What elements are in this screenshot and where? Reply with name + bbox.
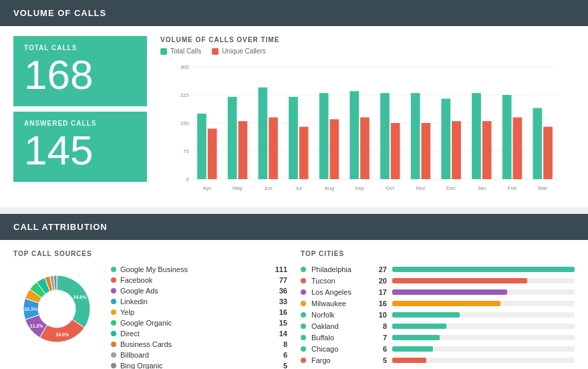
call-sources: TOP CALL SOURCES 34.6%24.0%11.2%10.3% Go… bbox=[13, 250, 287, 369]
source-count: 6 bbox=[271, 351, 287, 359]
source-count: 15 bbox=[271, 319, 287, 327]
source-name: Business Cards bbox=[120, 340, 267, 348]
source-row: Business Cards 8 bbox=[111, 340, 287, 348]
svg-text:Feb: Feb bbox=[508, 185, 517, 191]
svg-text:34.6%: 34.6% bbox=[74, 295, 88, 299]
city-bar-wrap bbox=[392, 358, 575, 363]
city-name: Norfolk bbox=[311, 311, 368, 319]
city-dot bbox=[301, 324, 306, 329]
svg-rect-22 bbox=[319, 93, 329, 179]
city-row: Chicago 6 bbox=[301, 345, 575, 353]
city-count: 27 bbox=[374, 265, 387, 273]
source-count: 5 bbox=[271, 362, 287, 369]
city-name: Los Angeles bbox=[311, 288, 368, 296]
city-row: Philadelphia 27 bbox=[301, 265, 575, 273]
city-dot bbox=[301, 312, 306, 318]
svg-text:Aug: Aug bbox=[324, 185, 333, 191]
source-count: 14 bbox=[271, 330, 287, 338]
source-dot bbox=[111, 267, 116, 272]
city-bar bbox=[392, 301, 500, 306]
call-cities: TOP CITIES Philadelphia 27 Tucson 20 Los… bbox=[301, 250, 575, 369]
svg-rect-20 bbox=[299, 127, 309, 179]
svg-text:150: 150 bbox=[180, 120, 190, 126]
city-count: 5 bbox=[374, 356, 387, 364]
city-bar bbox=[392, 312, 460, 318]
city-name: Milwaukee bbox=[311, 299, 368, 308]
city-name: Fargo bbox=[311, 356, 368, 364]
source-dot bbox=[111, 277, 116, 283]
bar-chart-svg: 075150225300AprMayJunJulAugSepOctNovDecJ… bbox=[160, 60, 575, 194]
svg-rect-38 bbox=[482, 121, 492, 179]
city-name: Buffalo bbox=[311, 334, 368, 342]
source-name: Google Ads bbox=[120, 287, 267, 295]
svg-text:Jan: Jan bbox=[477, 185, 486, 191]
svg-text:10.3%: 10.3% bbox=[24, 307, 38, 312]
source-name: Facebook bbox=[120, 276, 267, 284]
city-count: 7 bbox=[374, 334, 387, 342]
source-row: Google Ads 36 bbox=[111, 287, 287, 295]
svg-text:Sep: Sep bbox=[355, 185, 365, 191]
source-name: Bing Organic bbox=[120, 362, 267, 369]
city-dot bbox=[301, 346, 306, 352]
svg-rect-41 bbox=[513, 118, 523, 179]
svg-rect-23 bbox=[330, 119, 339, 179]
svg-rect-13 bbox=[228, 97, 237, 179]
svg-text:Jun: Jun bbox=[264, 185, 273, 191]
city-name: Chicago bbox=[311, 345, 368, 353]
total-calls-label: TOTAL CALLS bbox=[24, 44, 136, 51]
city-row: Oakland 8 bbox=[301, 322, 575, 330]
svg-rect-17 bbox=[269, 118, 278, 179]
svg-rect-25 bbox=[349, 91, 359, 179]
svg-rect-28 bbox=[380, 93, 390, 179]
city-row: Fargo 5 bbox=[301, 356, 575, 364]
city-bar bbox=[392, 289, 507, 295]
svg-rect-43 bbox=[533, 108, 542, 179]
city-count: 10 bbox=[374, 311, 387, 319]
source-row: Facebook 77 bbox=[111, 276, 287, 284]
source-dot bbox=[111, 331, 116, 336]
volume-chart-container: VOLUME OF CALLS OVER TIME Total Calls Un… bbox=[160, 36, 575, 194]
city-row: Milwaukee 16 bbox=[301, 299, 575, 308]
source-name: Google Organic bbox=[120, 319, 267, 327]
source-row: Linkedin 33 bbox=[111, 297, 287, 305]
city-bar-wrap bbox=[392, 346, 575, 352]
svg-rect-31 bbox=[411, 93, 420, 179]
svg-rect-19 bbox=[289, 97, 298, 179]
svg-text:225: 225 bbox=[180, 92, 190, 98]
city-bar-wrap bbox=[392, 278, 575, 283]
city-dot bbox=[301, 289, 306, 295]
svg-rect-14 bbox=[239, 121, 248, 179]
donut-chart: 34.6%24.0%11.2%10.3% bbox=[13, 265, 100, 352]
city-count: 8 bbox=[374, 322, 387, 330]
volume-title: VOLUME OF CALLS bbox=[13, 8, 106, 18]
answered-calls-value: 145 bbox=[24, 130, 136, 171]
source-row: Yelp 16 bbox=[111, 308, 287, 316]
city-dot bbox=[301, 358, 306, 363]
city-bar bbox=[392, 278, 527, 283]
city-bar-wrap bbox=[392, 335, 575, 340]
source-row: Google Organic 15 bbox=[111, 319, 287, 327]
svg-text:May: May bbox=[233, 185, 243, 191]
attribution-header: CALL ATTRIBUTION bbox=[0, 214, 588, 240]
city-bar-wrap bbox=[392, 267, 575, 272]
city-bar bbox=[392, 358, 426, 363]
svg-rect-10 bbox=[197, 114, 206, 179]
chart-legend: Total Calls Unique Callers bbox=[160, 47, 575, 55]
svg-rect-16 bbox=[258, 88, 267, 179]
volume-section: VOLUME OF CALLS TOTAL CALLS 168 ANSWERED… bbox=[0, 0, 588, 207]
source-name: Linkedin bbox=[120, 297, 267, 305]
city-count: 16 bbox=[374, 299, 387, 308]
svg-text:Jul: Jul bbox=[295, 185, 302, 191]
svg-rect-29 bbox=[391, 123, 400, 179]
sources-title: TOP CALL SOURCES bbox=[13, 250, 287, 257]
chart-title: VOLUME OF CALLS OVER TIME bbox=[160, 36, 575, 43]
answered-calls-label: ANSWERED CALLS bbox=[24, 120, 136, 127]
source-row: Billboard 6 bbox=[111, 351, 287, 359]
volume-header: VOLUME OF CALLS bbox=[0, 0, 588, 26]
source-row: Bing Organic 5 bbox=[111, 362, 287, 369]
total-calls-card: TOTAL CALLS 168 bbox=[13, 36, 147, 106]
source-dot bbox=[111, 352, 116, 358]
svg-rect-40 bbox=[502, 95, 512, 179]
city-row: Los Angeles 17 bbox=[301, 288, 575, 296]
svg-rect-44 bbox=[543, 127, 553, 179]
